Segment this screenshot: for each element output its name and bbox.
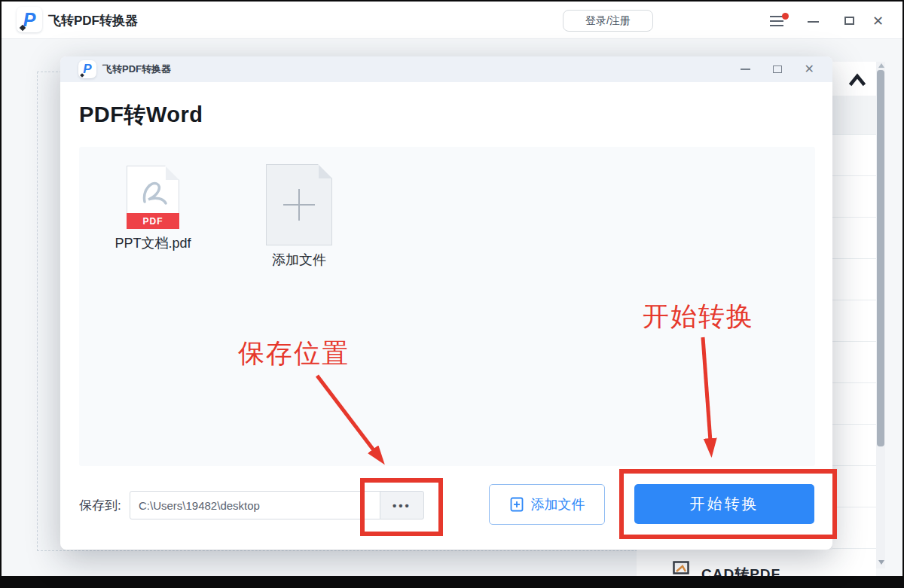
- dialog-logo-icon: P: [78, 60, 96, 78]
- add-file-button-label: 添加文件: [531, 495, 585, 513]
- notification-dot: [782, 13, 789, 20]
- background-list-row-highlight: [832, 96, 876, 134]
- cad-file-icon: [673, 561, 691, 576]
- add-file-tile-label: 添加文件: [239, 251, 359, 269]
- dialog-title: 飞转PDF转换器: [102, 56, 171, 82]
- annotation-start-convert: 开始转换: [643, 299, 754, 334]
- dialog-heading: PDF转Word: [79, 100, 203, 130]
- dialog-maximize-button[interactable]: [773, 66, 782, 73]
- app-title: 飞转PDF转换器: [48, 2, 138, 39]
- add-page-icon: [266, 164, 332, 245]
- background-feature-list: [832, 62, 876, 550]
- minimize-button[interactable]: [808, 21, 819, 23]
- browse-button[interactable]: •••: [380, 491, 424, 519]
- annotation-save-location: 保存位置: [238, 336, 350, 371]
- menu-bar: [770, 25, 783, 26]
- dialog-minimize-button[interactable]: [741, 69, 750, 70]
- dialog-close-button[interactable]: ✕: [805, 63, 814, 75]
- acrobat-glyph-icon: [139, 178, 169, 207]
- menu-icon[interactable]: [770, 16, 785, 26]
- background-item-label: CAD转PDF: [701, 565, 780, 576]
- pdf-file-tile[interactable]: PDF PPT文档.pdf: [100, 166, 206, 252]
- pdf-file-name: PPT文档.pdf: [100, 234, 206, 252]
- background-item-cad-to-pdf[interactable]: CAD转PDF: [637, 550, 876, 576]
- login-register-button[interactable]: 登录/注册: [563, 10, 653, 32]
- scrollbar-down-arrow[interactable]: [878, 560, 884, 565]
- add-document-icon: [509, 497, 524, 512]
- save-to-label: 保存到:: [79, 491, 121, 519]
- logo-letter: P: [83, 62, 91, 77]
- close-button[interactable]: ✕: [872, 14, 884, 28]
- app-logo-icon: P: [17, 7, 42, 32]
- scrollbar-up-arrow[interactable]: [878, 63, 884, 68]
- pdf-page-icon: PDF: [127, 166, 179, 229]
- page-fold-crease: [319, 165, 332, 178]
- maximize-button[interactable]: [844, 17, 854, 25]
- pdf-badge: PDF: [127, 213, 179, 229]
- add-file-button[interactable]: 添加文件: [489, 484, 605, 525]
- dialog-titlebar: P 飞转PDF转换器 ✕: [60, 56, 832, 82]
- start-convert-button[interactable]: 开始转换: [634, 484, 814, 524]
- main-titlebar: P 飞转PDF转换器 登录/注册 ✕: [2, 2, 902, 39]
- dialog-window-controls: ✕: [741, 56, 832, 82]
- save-path-input[interactable]: [130, 491, 380, 519]
- background-list-rows: [832, 134, 876, 550]
- menu-bar: [770, 20, 783, 22]
- add-file-tile[interactable]: 添加文件: [239, 164, 359, 269]
- scroll-to-top-button[interactable]: [838, 62, 876, 96]
- scrollbar-thumb[interactable]: [877, 70, 884, 446]
- chevron-up-icon: [844, 68, 870, 90]
- screen: P 飞转PDF转换器 登录/注册 ✕ CAD转PDF: [0, 0, 904, 588]
- plus-icon: [298, 189, 300, 221]
